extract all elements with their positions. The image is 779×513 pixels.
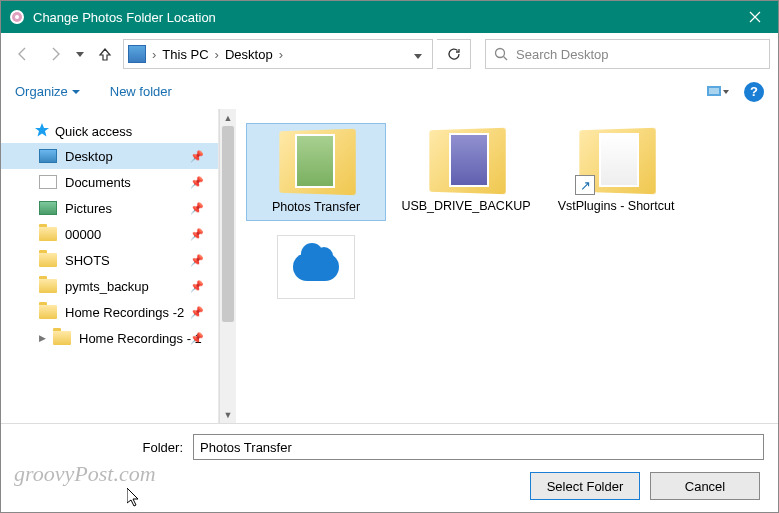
pin-icon: 📌 [190, 280, 204, 293]
navigation-bar: › This PC › Desktop › Search Desktop [1, 33, 778, 75]
chevron-right-icon: › [279, 47, 283, 62]
chevron-right-icon: ▶ [39, 333, 51, 343]
toolbar: Organize New folder ? [1, 75, 778, 109]
chevron-right-icon: › [215, 47, 219, 62]
scroll-down-icon[interactable]: ▼ [220, 406, 236, 423]
chevron-right-icon: › [152, 47, 156, 62]
sidebar-item-folder[interactable]: Home Recordings -2 📌 [1, 299, 218, 325]
svg-point-2 [15, 15, 19, 19]
folder-icon [39, 227, 57, 241]
sidebar-item-desktop[interactable]: Desktop 📌 [1, 143, 218, 169]
pin-icon: 📌 [190, 150, 204, 163]
folder-icon [277, 130, 355, 194]
app-icon [9, 9, 25, 25]
scroll-thumb[interactable] [222, 126, 234, 322]
search-placeholder: Search Desktop [516, 47, 609, 62]
forward-button[interactable] [41, 40, 69, 68]
folder-name-input[interactable] [193, 434, 764, 460]
documents-icon [39, 175, 57, 189]
file-item[interactable]: USB_DRIVE_BACKUP [396, 123, 536, 221]
shortcut-icon: ↗ [575, 175, 595, 195]
onedrive-icon [277, 235, 355, 299]
file-area[interactable]: Photos Transfer USB_DRIVE_BACKUP ↗ VstPl… [236, 109, 778, 423]
search-icon [494, 47, 508, 61]
sidebar-item-folder[interactable]: 00000 📌 [1, 221, 218, 247]
pin-icon: 📌 [190, 202, 204, 215]
pc-icon [128, 45, 146, 63]
pictures-icon [39, 201, 57, 215]
folder-icon [39, 279, 57, 293]
svg-point-3 [496, 49, 505, 58]
up-button[interactable] [91, 40, 119, 68]
organize-menu[interactable]: Organize [15, 84, 80, 99]
sidebar-item-folder[interactable]: SHOTS 📌 [1, 247, 218, 273]
pin-icon: 📌 [190, 176, 204, 189]
back-button[interactable] [9, 40, 37, 68]
refresh-button[interactable] [437, 39, 471, 69]
file-item[interactable]: ↗ VstPlugins - Shortcut [546, 123, 686, 221]
sidebar-item-folder[interactable]: ▶ Home Recordings - 1 📌 [1, 325, 218, 351]
breadcrumb-dropdown[interactable] [408, 47, 428, 62]
sidebar: Quick access Desktop 📌 Documents 📌 Pictu… [1, 109, 219, 423]
folder-label: Folder: [15, 440, 193, 455]
sidebar-scrollbar[interactable]: ▲ ▼ [219, 109, 236, 423]
sidebar-group-quick-access[interactable]: Quick access [1, 119, 218, 143]
pin-icon: 📌 [190, 254, 204, 267]
close-button[interactable] [732, 1, 778, 33]
cursor-icon [127, 488, 143, 508]
window-title: Change Photos Folder Location [33, 10, 732, 25]
new-folder-button[interactable]: New folder [110, 84, 172, 99]
star-icon [35, 123, 49, 140]
breadcrumb-segment[interactable]: This PC [158, 45, 212, 64]
svg-rect-5 [709, 88, 719, 94]
chevron-down-icon [72, 90, 80, 94]
breadcrumb-segment[interactable]: Desktop [221, 45, 277, 64]
recent-locations-dropdown[interactable] [73, 52, 87, 57]
file-item[interactable]: Photos Transfer [246, 123, 386, 221]
titlebar: Change Photos Folder Location [1, 1, 778, 33]
pin-icon: 📌 [190, 332, 204, 345]
folder-icon: ↗ [577, 129, 655, 193]
folder-icon [53, 331, 71, 345]
folder-icon [39, 253, 57, 267]
sidebar-item-pictures[interactable]: Pictures 📌 [1, 195, 218, 221]
cancel-button[interactable]: Cancel [650, 472, 760, 500]
pin-icon: 📌 [190, 228, 204, 241]
sidebar-item-folder[interactable]: pymts_backup 📌 [1, 273, 218, 299]
scroll-up-icon[interactable]: ▲ [220, 109, 236, 126]
sidebar-item-documents[interactable]: Documents 📌 [1, 169, 218, 195]
help-button[interactable]: ? [744, 82, 764, 102]
select-folder-button[interactable]: Select Folder [530, 472, 640, 500]
file-item[interactable] [246, 229, 386, 311]
view-menu[interactable] [704, 81, 732, 103]
body: Quick access Desktop 📌 Documents 📌 Pictu… [1, 109, 778, 423]
breadcrumb[interactable]: › This PC › Desktop › [123, 39, 433, 69]
dialog-window: Change Photos Folder Location › This PC … [0, 0, 779, 513]
desktop-icon [39, 149, 57, 163]
folder-icon [39, 305, 57, 319]
bottom-bar: Folder: Select Folder Cancel [1, 423, 778, 512]
search-input[interactable]: Search Desktop [485, 39, 770, 69]
pin-icon: 📌 [190, 306, 204, 319]
folder-icon [427, 129, 505, 193]
